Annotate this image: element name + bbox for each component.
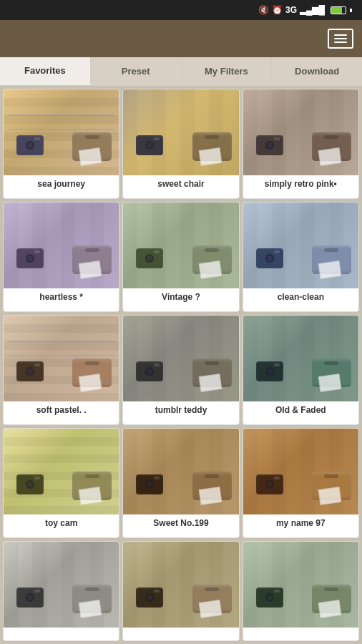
filter-label-clean-clean: clean-clean xyxy=(243,288,358,306)
filter-item-clean-clean[interactable]: clean-clean xyxy=(243,202,359,312)
tab-download[interactable]: Download xyxy=(272,57,362,85)
filter-thumb-tumblr-teddy xyxy=(123,316,238,401)
mute-icon: 🔇 xyxy=(258,5,269,15)
camera-shape xyxy=(256,248,283,268)
camera-lens xyxy=(145,141,154,150)
menu-line-1 xyxy=(334,34,347,36)
filter-item-soft-pastel[interactable]: soft pastel. . xyxy=(3,315,119,425)
camera-shape xyxy=(16,587,44,608)
camera-shape xyxy=(136,361,163,381)
camera-shape xyxy=(256,587,283,608)
filter-thumb-sea-journey xyxy=(4,89,119,175)
camera-lens xyxy=(145,593,154,602)
filter-item-sweet-chair[interactable]: sweet chair xyxy=(122,89,239,199)
filter-label-my-name-97: my name 97 xyxy=(243,514,358,532)
filter-thumb-toy-cam xyxy=(4,429,119,514)
camera-lens xyxy=(265,141,274,150)
camera-lens xyxy=(265,480,274,489)
filter-thumb-soft-pastel xyxy=(4,316,119,401)
paper-shape xyxy=(79,147,102,166)
camera-lens xyxy=(26,254,34,263)
filter-label-vintage: Vintage ? xyxy=(123,288,238,306)
tab-preset[interactable]: Preset xyxy=(91,57,182,85)
filter-thumb-heartless xyxy=(4,203,119,288)
menu-line-3 xyxy=(334,42,347,43)
filter-thumb-last2 xyxy=(123,542,238,628)
camera-shape xyxy=(136,248,163,268)
menu-button[interactable] xyxy=(328,29,353,49)
camera-shape xyxy=(136,135,163,155)
filter-thumb-last3 xyxy=(243,542,358,628)
camera-shape xyxy=(16,135,44,155)
camera-lens xyxy=(26,367,34,376)
paper-shape xyxy=(198,487,222,505)
paper-shape xyxy=(318,374,342,392)
camera-lens xyxy=(265,593,274,602)
filter-grid: sea journey sweet chair xyxy=(0,86,362,644)
filter-label-last1 xyxy=(4,628,119,635)
paper-shape xyxy=(198,600,222,618)
camera-shape xyxy=(16,474,44,494)
tab-favorites[interactable]: Favorites xyxy=(0,57,91,85)
filter-item-tumblr-teddy[interactable]: tumblr teddy xyxy=(122,315,239,425)
camera-lens xyxy=(145,254,154,263)
paper-shape xyxy=(79,374,102,392)
filter-item-old-faded[interactable]: Old & Faded xyxy=(243,315,359,425)
filter-label-simply-retro-pink: simply retro pink• xyxy=(243,175,358,192)
filter-thumb-clean-clean xyxy=(243,203,358,288)
filter-item-simply-retro-pink[interactable]: simply retro pink• xyxy=(243,89,359,199)
filter-item-last3[interactable] xyxy=(243,541,359,641)
camera-lens xyxy=(26,141,34,150)
paper-shape xyxy=(198,147,222,166)
filter-thumb-my-name-97 xyxy=(243,429,358,514)
paper-shape xyxy=(79,260,102,279)
filter-label-last3 xyxy=(243,628,358,635)
camera-shape xyxy=(256,361,283,381)
paper-shape xyxy=(318,260,342,279)
filter-item-sweet-199[interactable]: Sweet No.199 xyxy=(122,428,239,538)
camera-lens xyxy=(265,254,274,263)
filter-label-soft-pastel: soft pastel. . xyxy=(4,401,119,419)
battery-tip xyxy=(350,9,352,12)
status-bar: 🔇 ⏰ 3G ▂▄▆█ xyxy=(0,0,362,20)
camera-shape xyxy=(256,135,283,155)
filter-label-sweet-chair: sweet chair xyxy=(123,175,238,192)
camera-lens xyxy=(26,480,34,489)
filter-item-last2[interactable] xyxy=(122,541,239,641)
tab-bar: FavoritesPresetMy FiltersDownload xyxy=(0,57,362,86)
alarm-icon: ⏰ xyxy=(272,5,283,15)
battery-icon xyxy=(331,6,346,14)
filter-label-last2 xyxy=(123,628,238,635)
menu-line-2 xyxy=(334,38,347,39)
filter-item-heartless[interactable]: heartless * xyxy=(3,202,119,312)
filter-label-toy-cam: toy cam xyxy=(4,514,119,532)
paper-shape xyxy=(318,487,342,505)
camera-shape xyxy=(136,587,163,608)
camera-shape xyxy=(256,474,283,494)
camera-shape xyxy=(16,361,44,381)
filter-item-last1[interactable] xyxy=(3,541,119,641)
paper-shape xyxy=(198,374,222,392)
filter-item-vintage[interactable]: Vintage ? xyxy=(122,202,239,312)
signal-icon: ▂▄▆█ xyxy=(300,5,325,15)
paper-shape xyxy=(79,600,102,618)
filter-label-sweet-199: Sweet No.199 xyxy=(123,514,238,532)
filter-label-tumblr-teddy: tumblr teddy xyxy=(123,401,238,419)
paper-shape xyxy=(79,487,102,505)
camera-shape xyxy=(136,474,163,494)
filter-thumb-old-faded xyxy=(243,316,358,401)
camera-lens xyxy=(145,367,154,376)
paper-shape xyxy=(198,260,222,279)
filter-label-old-faded: Old & Faded xyxy=(243,401,358,419)
filter-item-toy-cam[interactable]: toy cam xyxy=(3,428,119,538)
filter-item-my-name-97[interactable]: my name 97 xyxy=(243,428,359,538)
filter-label-sea-journey: sea journey xyxy=(4,175,119,192)
filter-thumb-last1 xyxy=(4,542,119,628)
status-icons: 🔇 ⏰ 3G ▂▄▆█ xyxy=(258,5,355,15)
filter-item-sea-journey[interactable]: sea journey xyxy=(3,89,119,199)
filter-label-heartless: heartless * xyxy=(4,288,119,306)
filter-thumb-simply-retro-pink xyxy=(243,89,358,175)
filter-thumb-sweet-199 xyxy=(123,429,238,514)
filter-thumb-vintage xyxy=(123,203,238,288)
tab-myfilters[interactable]: My Filters xyxy=(182,57,273,85)
